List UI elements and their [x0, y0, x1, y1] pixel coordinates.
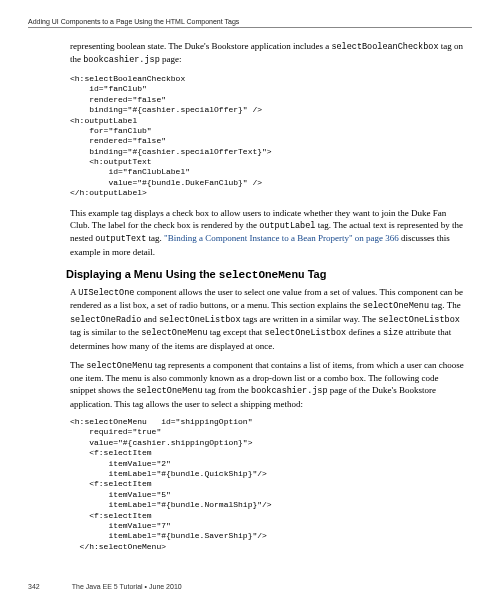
page-content: Adding UI Components to a Page Using the…	[0, 0, 500, 572]
running-header: Adding UI Components to a Page Using the…	[28, 18, 472, 25]
page-footer: 342 The Java EE 5 Tutorial • June 2010	[28, 583, 182, 590]
footer-text: The Java EE 5 Tutorial • June 2010	[72, 583, 182, 590]
section-paragraph-1: A UISelectOne component allows the user …	[70, 286, 466, 352]
section-paragraph-2: The selectOneMenu tag represents a compo…	[70, 359, 466, 410]
header-rule	[28, 27, 472, 28]
explanation-paragraph: This example tag displays a check box to…	[70, 207, 466, 258]
section-heading: Displaying a Menu Using the selectOneMen…	[66, 268, 466, 281]
code-block-2: <h:selectOneMenu id="shippingOption" req…	[70, 417, 466, 552]
cross-reference-link[interactable]: "Binding a Component Instance to a Bean …	[164, 233, 399, 243]
intro-paragraph: representing boolean state. The Duke's B…	[70, 40, 466, 67]
code-block-1: <h:selectBooleanCheckbox id="fanClub" re…	[70, 74, 466, 199]
body-column: representing boolean state. The Duke's B…	[70, 40, 466, 552]
page-number: 342	[28, 583, 70, 590]
